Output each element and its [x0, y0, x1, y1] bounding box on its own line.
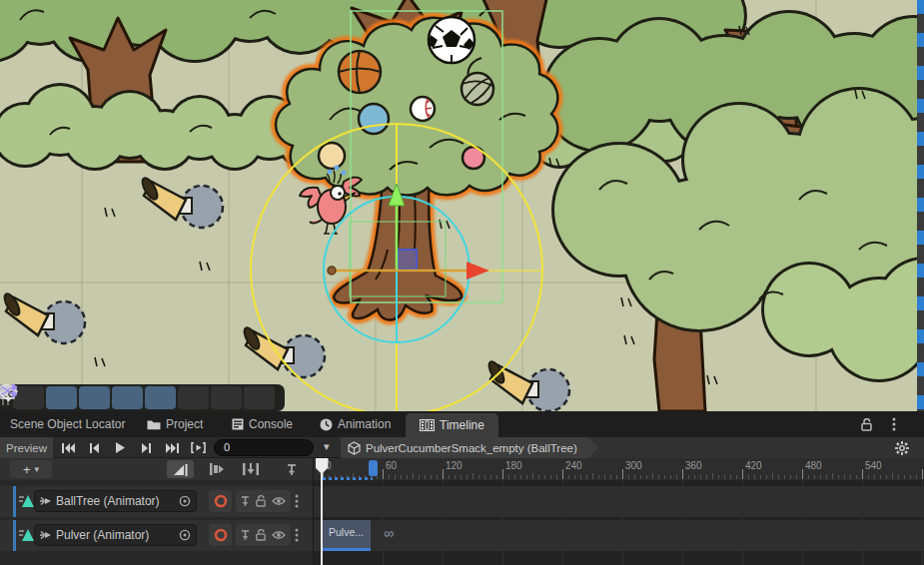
step-back-icon: [90, 443, 99, 453]
ruler-tick: [443, 469, 444, 479]
track-balltree[interactable]: BallTree (Animator): [0, 486, 924, 517]
record-button[interactable]: [209, 490, 232, 512]
cream-ball[interactable]: [319, 143, 345, 169]
panel-tab-bar: Scene Object Locator Project Console Ani…: [0, 411, 924, 437]
replace-mode-button[interactable]: [237, 460, 264, 478]
eye-icon[interactable]: [272, 530, 286, 540]
open-lock-icon[interactable]: [256, 495, 267, 507]
ruler-tick: [832, 473, 833, 479]
timeline-ruler[interactable]: 060120180240300360420480540600: [313, 458, 924, 480]
tab-label: Project: [166, 417, 203, 431]
track-binding-field[interactable]: Pulver (Animator): [34, 524, 197, 546]
volleyball[interactable]: [462, 73, 493, 105]
tab-timeline[interactable]: Timeline: [406, 413, 498, 437]
ruler-tick: [898, 475, 899, 479]
xy-plane-handle[interactable]: [398, 250, 417, 270]
camera-tool-button[interactable]: [211, 386, 242, 409]
track-content[interactable]: [313, 486, 924, 517]
marker-pin-button[interactable]: [278, 460, 305, 478]
panel-lock-button[interactable]: [861, 411, 873, 437]
go-to-end-button[interactable]: [160, 439, 184, 456]
timeline-options-row: +▾ 060120180240300360420480540600: [0, 458, 924, 480]
blue-ball[interactable]: [359, 104, 389, 134]
track-header[interactable]: BallTree (Animator): [0, 486, 313, 517]
timeline-end-marker[interactable]: [369, 460, 378, 476]
ruler-tick: [413, 473, 414, 479]
ruler-tick: [425, 475, 426, 479]
track-toggles: [236, 524, 291, 546]
tab-animation[interactable]: Animation: [320, 411, 391, 437]
track-menu-button[interactable]: [295, 490, 299, 512]
track-content[interactable]: Pulve... ∞: [313, 520, 924, 551]
track-pulver[interactable]: Pulve... ∞ Pulver (Animator): [0, 520, 924, 551]
film-icon: [420, 419, 435, 431]
right-edge-scrollbar[interactable]: [917, 0, 924, 411]
ruler-tick: [886, 475, 887, 479]
ruler-tick: [455, 475, 456, 479]
layers-tool-button[interactable]: [145, 386, 176, 409]
breadcrumb[interactable]: PulverCucumberSmack_empty (BallTree): [341, 437, 598, 458]
track-header[interactable]: Pulver (Animator): [0, 520, 313, 551]
ruler-tick: [766, 475, 767, 479]
mix-mode-button[interactable]: [167, 460, 194, 478]
ruler-tick: [676, 475, 677, 479]
pin-icon[interactable]: [241, 495, 250, 507]
ruler-tick: [550, 475, 551, 479]
timeline-settings-button[interactable]: [889, 438, 915, 457]
ruler-tick: [395, 475, 396, 479]
open-lock-icon[interactable]: [256, 529, 267, 541]
record-button[interactable]: [209, 524, 232, 546]
ruler-tick: [562, 469, 563, 479]
mix-mode-icon: [174, 463, 188, 476]
track-binding-field[interactable]: BallTree (Animator): [34, 490, 197, 512]
go-to-start-button[interactable]: [56, 439, 80, 456]
ruler-tick: [598, 475, 599, 479]
ruler-tick: [640, 475, 641, 479]
ripple-mode-button[interactable]: [203, 460, 230, 478]
play-range-button[interactable]: [186, 439, 210, 456]
frame-field[interactable]: 0: [214, 439, 314, 456]
ruler-tick: [556, 475, 557, 479]
eye-icon[interactable]: [272, 496, 286, 506]
ruler-tick: [407, 475, 408, 479]
next-frame-button[interactable]: [134, 439, 158, 456]
add-track-button[interactable]: +▾: [10, 460, 52, 478]
playhead-line[interactable]: [321, 458, 323, 565]
frame-options-dropdown[interactable]: ▾: [324, 440, 330, 453]
ruler-tick: [826, 475, 827, 479]
ruler-tick-label: 120: [446, 460, 462, 471]
ruler-tick: [586, 475, 587, 479]
search-tool-button[interactable]: [178, 386, 209, 409]
ruler-tick: [838, 475, 839, 479]
soccer-ball[interactable]: [428, 17, 474, 63]
record-icon: [214, 528, 228, 542]
hatch-tool-button[interactable]: [79, 386, 110, 409]
ruler-tick: [383, 469, 384, 479]
shuffle-tool-button[interactable]: [244, 386, 275, 409]
panel-menu-button[interactable]: [892, 411, 896, 437]
scene-view[interactable]: [0, 0, 924, 411]
tab-scene-object-locator[interactable]: Scene Object Locator: [10, 411, 125, 437]
baseball[interactable]: [411, 97, 435, 121]
ruler-tick: [538, 475, 539, 479]
ruler-tick: [377, 475, 378, 479]
preview-toggle[interactable]: Preview: [0, 437, 53, 458]
play-button[interactable]: [108, 439, 132, 456]
ruler-tick: [916, 475, 917, 479]
tweaks-tool-button[interactable]: [46, 386, 77, 409]
animation-clip[interactable]: Pulve...: [323, 520, 371, 551]
object-picker-icon[interactable]: [179, 495, 191, 507]
pin-icon[interactable]: [241, 529, 250, 541]
ruler-tick: [790, 475, 791, 479]
track-toggles: [236, 490, 291, 512]
skip-end-icon: [166, 443, 179, 453]
track-menu-button[interactable]: [295, 524, 299, 546]
previous-frame-button[interactable]: [82, 439, 106, 456]
ruler-tick: [754, 475, 755, 479]
animator-icon: [40, 496, 52, 506]
tab-console[interactable]: Console: [232, 411, 293, 437]
ruler-tick: [604, 475, 605, 479]
sphere-tool-button[interactable]: [112, 386, 143, 409]
object-picker-icon[interactable]: [179, 529, 191, 541]
tab-project[interactable]: Project: [147, 411, 203, 437]
